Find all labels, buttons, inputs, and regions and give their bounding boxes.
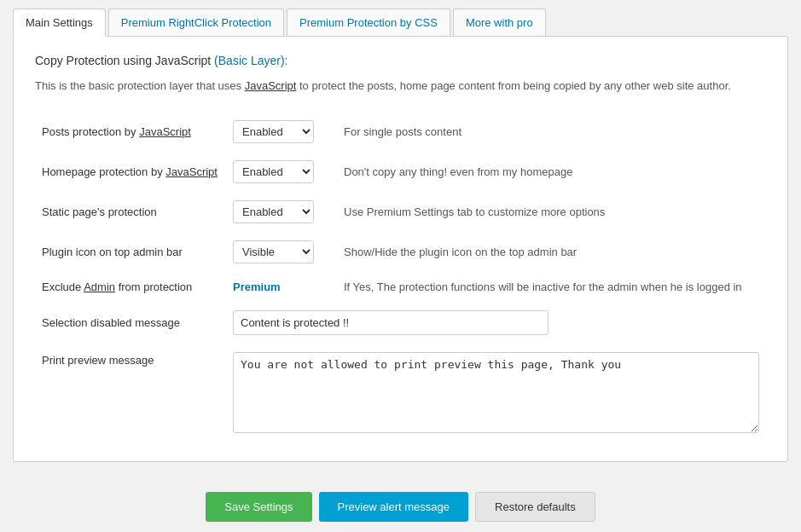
preview-button[interactable]: Preview alert message (319, 492, 469, 522)
tab-main-settings[interactable]: Main Settings (13, 9, 106, 37)
section-title-highlight: (Basic Layer): (214, 54, 287, 67)
row-label-static: Static page's protection (35, 192, 226, 232)
plugin-icon-select[interactable]: Visible Hidden (233, 240, 314, 263)
table-row: Static page's protection Enabled Disable… (35, 192, 766, 232)
table-row: Posts protection by JavaScript Enabled D… (35, 112, 766, 152)
row-note-posts: For single posts content (337, 112, 766, 152)
row-note-admin: If Yes, The protection functions will be… (337, 272, 766, 302)
main-panel: Copy Protection using JavaScript (Basic … (13, 36, 788, 462)
tab-more-with-pro[interactable]: More with pro (453, 9, 546, 36)
table-row-admin: Exclude Admin from protection Premium If… (35, 272, 766, 302)
row-select-icon[interactable]: Visible Hidden (226, 232, 337, 272)
js-link-posts[interactable]: JavaScript (139, 125, 191, 138)
footer-buttons: Save Settings Preview alert message Rest… (13, 479, 788, 533)
homepage-protection-select[interactable]: Enabled Disabled (233, 160, 314, 183)
static-protection-select[interactable]: Enabled Disabled (233, 200, 314, 223)
row-label-posts: Posts protection by JavaScript (35, 112, 226, 152)
tab-rightclick-protection[interactable]: Premium RightClick Protection (108, 9, 284, 36)
table-row: Plugin icon on top admin bar Visible Hid… (35, 232, 766, 272)
row-select-static[interactable]: Enabled Disabled (226, 192, 337, 232)
row-label-admin: Exclude Admin from protection (35, 272, 226, 302)
section-title: Copy Protection using JavaScript (Basic … (35, 54, 766, 67)
restore-defaults-button[interactable]: Restore defaults (475, 492, 595, 522)
row-label-print-msg: Print preview message (35, 344, 226, 444)
row-select-homepage[interactable]: Enabled Disabled (226, 152, 337, 192)
tab-css-protection[interactable]: Premium Protection by CSS (287, 9, 450, 36)
row-note-icon: Show/Hide the plugin icon on the top adm… (337, 232, 766, 272)
js-link-desc[interactable]: JavaScript (245, 79, 297, 92)
row-label-icon: Plugin icon on top admin bar (35, 232, 226, 272)
save-button[interactable]: Save Settings (206, 492, 311, 522)
js-link-homepage[interactable]: JavaScript (165, 165, 218, 178)
posts-protection-select[interactable]: Enabled Disabled (233, 120, 314, 143)
desc-prefix: This is the basic protection layer that … (35, 79, 245, 92)
tabs-container: Main Settings Premium RightClick Protect… (13, 9, 788, 36)
section-title-prefix: Copy Protection using JavaScript (35, 54, 214, 67)
admin-link[interactable]: Admin (84, 280, 115, 293)
row-select-posts[interactable]: Enabled Disabled (226, 112, 337, 152)
premium-badge: Premium (233, 280, 281, 293)
print-msg-textarea[interactable]: You are not allowed to print preview thi… (233, 352, 759, 433)
selection-msg-input[interactable] (233, 310, 549, 335)
table-row: Homepage protection by JavaScript Enable… (35, 152, 766, 192)
settings-table: Posts protection by JavaScript Enabled D… (35, 112, 766, 444)
row-note-homepage: Don't copy any thing! even from my homep… (337, 152, 766, 192)
row-label-homepage: Homepage protection by JavaScript (35, 152, 226, 192)
table-row-print-msg: Print preview message You are not allowe… (35, 344, 766, 444)
desc-suffix: to protect the posts, home page content … (296, 79, 730, 92)
description: This is the basic protection layer that … (35, 78, 766, 95)
table-row-selection-msg: Selection disabled message (35, 302, 766, 344)
row-note-static: Use Premium Settings tab to customize mo… (337, 192, 766, 232)
row-label-selection-msg: Selection disabled message (35, 302, 226, 344)
